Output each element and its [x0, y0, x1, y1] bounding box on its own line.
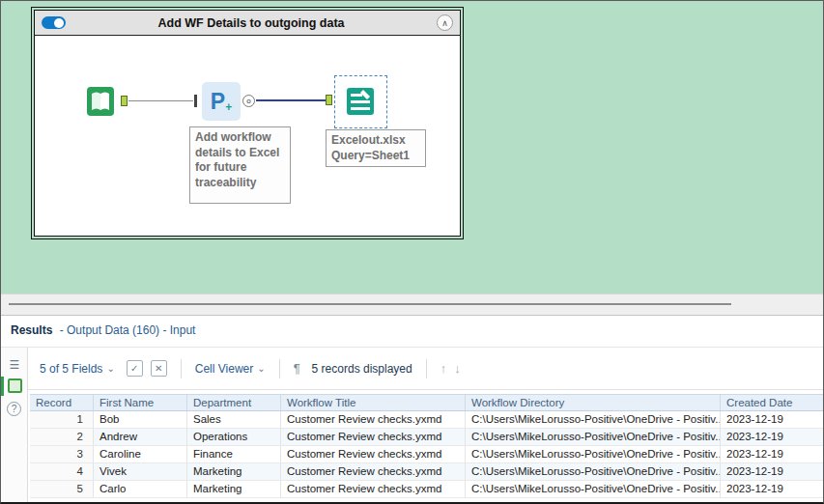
- toolbar-separator: [181, 359, 182, 378]
- results-header: Results - Output Data (160) - Input: [11, 323, 195, 337]
- toolbar-separator: [426, 359, 427, 378]
- table-cell[interactable]: Vivek: [94, 463, 187, 480]
- python-macro-tool[interactable]: P +: [202, 82, 241, 121]
- container-body: o P +: [35, 36, 460, 236]
- table-cell[interactable]: Customer Review checks.yxmd: [281, 446, 466, 462]
- results-subtitle: - Output Data (160) - Input: [60, 323, 196, 337]
- records-displayed-label: 5 records displayed: [312, 362, 412, 376]
- table-cell[interactable]: Customer Review checks.yxmd: [281, 463, 466, 480]
- workflow-canvas[interactable]: Add WF Details to outgoing data ∧ o: [1, 1, 823, 294]
- cell-viewer-label: Cell Viewer: [195, 362, 253, 376]
- fields-dropdown[interactable]: 5 of 5 Fields ⌄: [40, 362, 115, 376]
- output-data-tool[interactable]: [341, 82, 380, 121]
- table-cell[interactable]: 2023-12-19: [721, 429, 823, 445]
- cell-viewer-dropdown[interactable]: Cell Viewer ⌄: [195, 362, 266, 376]
- table-cell[interactable]: 2023-12-19: [721, 463, 823, 480]
- table-cell[interactable]: Caroline: [94, 446, 187, 462]
- tool-container[interactable]: Add WF Details to outgoing data ∧ o: [34, 10, 461, 237]
- help-icon[interactable]: ?: [7, 402, 21, 416]
- scroll-down-icon[interactable]: ↓: [454, 361, 461, 376]
- fields-dropdown-label: 5 of 5 Fields: [40, 362, 102, 376]
- column-header[interactable]: Workflow Title: [281, 395, 466, 410]
- column-header[interactable]: Record: [30, 395, 94, 410]
- connection-input-to-python[interactable]: [128, 100, 193, 101]
- active-view-indicator: [1, 377, 4, 396]
- connection-python-to-output[interactable]: [256, 99, 332, 101]
- input-data-tool[interactable]: [81, 82, 120, 121]
- table-row[interactable]: 2AndrewOperationsCustomer Review checks.…: [30, 429, 823, 446]
- table-cell[interactable]: 4: [30, 463, 94, 480]
- table-cell[interactable]: C:\Users\MikeLorusso-Positive\OneDrive -…: [466, 481, 721, 497]
- table-cell[interactable]: 3: [30, 446, 94, 462]
- container-header: Add WF Details to outgoing data ∧: [35, 11, 460, 36]
- results-title: Results: [11, 323, 52, 337]
- whitespace-toggle-icon[interactable]: ¶: [294, 361, 300, 376]
- table-cell[interactable]: C:\Users\MikeLorusso-Positive\OneDrive -…: [466, 446, 721, 462]
- select-all-fields-button[interactable]: ✓: [127, 360, 143, 377]
- table-cell[interactable]: Customer Review checks.yxmd: [281, 481, 466, 497]
- table-row[interactable]: 5CarloMarketingCustomer Review checks.yx…: [30, 481, 823, 498]
- python-tool-icon: P: [211, 91, 225, 113]
- table-cell[interactable]: 1: [30, 411, 94, 428]
- table-cell[interactable]: 2023-12-19: [721, 411, 823, 428]
- chevron-up-icon: ∧: [441, 18, 448, 28]
- table-cell[interactable]: Marketing: [187, 463, 281, 480]
- results-table-head: RecordFirst NameDepartmentWorkflow Title…: [30, 394, 823, 411]
- table-cell[interactable]: 2023-12-19: [721, 481, 823, 497]
- table-cell[interactable]: Finance: [187, 446, 281, 462]
- table-cell[interactable]: C:\Users\MikeLorusso-Positive\OneDrive -…: [466, 411, 721, 428]
- chevron-down-icon: ⌄: [257, 363, 265, 374]
- chevron-down-icon: ⌄: [106, 363, 114, 374]
- table-cell[interactable]: Sales: [187, 411, 281, 428]
- results-toolbar: 5 of 5 Fields ⌄ ✓ ✕ Cell Viewer ⌄ ¶ 5 re…: [28, 348, 823, 390]
- table-cell[interactable]: 2023-12-19: [721, 446, 823, 462]
- table-cell[interactable]: Andrew: [94, 429, 187, 445]
- table-cell[interactable]: Bob: [94, 411, 187, 428]
- output-tool-annotation[interactable]: Excelout.xlsx Query=Sheet1: [326, 129, 426, 167]
- table-cell[interactable]: C:\Users\MikeLorusso-Positive\OneDrive -…: [466, 463, 721, 480]
- table-cell[interactable]: Carlo: [94, 481, 187, 497]
- python-tool-output-anchor[interactable]: o: [242, 95, 255, 107]
- python-tool-input-anchor[interactable]: [194, 95, 197, 107]
- input-data-icon: [81, 82, 120, 121]
- container-enable-toggle[interactable]: [42, 16, 66, 29]
- column-header[interactable]: Department: [187, 395, 281, 410]
- column-header[interactable]: First Name: [94, 395, 187, 410]
- table-cell[interactable]: Marketing: [187, 481, 281, 497]
- output-data-icon: [341, 82, 380, 121]
- table-cell[interactable]: 2: [30, 429, 94, 445]
- python-tool-annotation[interactable]: Add workflow details to Excel for future…: [189, 126, 291, 204]
- table-cell[interactable]: Operations: [187, 429, 281, 445]
- results-table: RecordFirst NameDepartmentWorkflow Title…: [30, 394, 823, 502]
- column-header[interactable]: Workflow Directory: [466, 395, 721, 410]
- results-side-strip: ☰ ?: [1, 348, 28, 502]
- collapse-container-button[interactable]: ∧: [437, 14, 453, 31]
- canvas-results-splitter[interactable]: [1, 294, 823, 315]
- container-title: Add WF Details to outgoing data: [66, 16, 437, 30]
- results-table-body: 1BobSalesCustomer Review checks.yxmdC:\U…: [30, 411, 823, 498]
- output-tool-input-anchor[interactable]: [326, 95, 332, 105]
- table-cell[interactable]: Customer Review checks.yxmd: [281, 411, 466, 428]
- column-header[interactable]: Created Date: [721, 395, 823, 410]
- data-view-icon[interactable]: [8, 378, 22, 393]
- table-cell[interactable]: C:\Users\MikeLorusso-Positive\OneDrive -…: [466, 429, 721, 445]
- table-row[interactable]: 1BobSalesCustomer Review checks.yxmdC:\U…: [30, 411, 823, 429]
- table-row[interactable]: 3CarolineFinanceCustomer Review checks.y…: [30, 446, 823, 463]
- table-cell[interactable]: Customer Review checks.yxmd: [281, 429, 466, 445]
- toolbar-separator: [279, 359, 280, 378]
- metadata-view-icon[interactable]: ☰: [7, 357, 22, 373]
- results-panel: Results - Output Data (160) - Input ☰ ? …: [1, 315, 823, 502]
- plus-icon: +: [225, 100, 232, 114]
- alteryx-designer-window: Add WF Details to outgoing data ∧ o: [0, 0, 824, 504]
- input-tool-output-anchor[interactable]: [121, 96, 128, 106]
- toggle-knob: [54, 18, 64, 28]
- table-cell[interactable]: 5: [30, 481, 94, 497]
- scroll-up-icon[interactable]: ↑: [440, 361, 447, 376]
- splitter-handle[interactable]: [9, 303, 731, 305]
- table-row[interactable]: 4VivekMarketingCustomer Review checks.yx…: [30, 463, 823, 481]
- deselect-fields-button[interactable]: ✕: [151, 360, 167, 377]
